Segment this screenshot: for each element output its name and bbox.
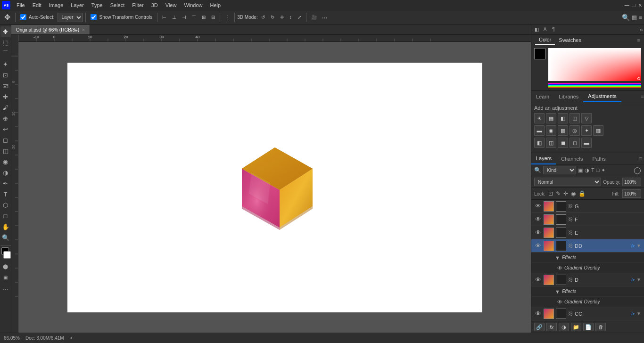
- menu-edit[interactable]: Edit: [29, 1, 45, 9]
- maximize-btn[interactable]: □: [632, 2, 636, 8]
- panel-icon-2[interactable]: A: [541, 25, 549, 34]
- marquee-tool[interactable]: ⬚: [0, 37, 11, 48]
- pen-tool[interactable]: ✒: [0, 178, 11, 188]
- layer-row-F[interactable]: 👁 ⛓ F: [531, 213, 644, 226]
- align-middle-btn[interactable]: ⊞: [199, 14, 208, 21]
- layers-tab[interactable]: Layers: [531, 153, 556, 164]
- menu-layer[interactable]: Layer: [67, 1, 87, 9]
- align-center-h-btn[interactable]: ⊥: [170, 14, 179, 21]
- lock-pixels-btn[interactable]: ⊡: [548, 190, 553, 197]
- lock-position-btn[interactable]: ✛: [563, 190, 568, 197]
- doc-info-arrow[interactable]: >: [70, 335, 73, 341]
- filter-toggle-btn[interactable]: ◯: [634, 166, 641, 174]
- channels-tab[interactable]: Channels: [556, 153, 587, 164]
- posterize-adj-btn[interactable]: ◫: [546, 138, 556, 148]
- color-panel-menu[interactable]: ≡: [637, 37, 640, 43]
- move-tool-btn[interactable]: ✥: [2, 12, 13, 23]
- pixel-filter-btn[interactable]: ▣: [578, 167, 583, 173]
- swatches-tab[interactable]: Swatches: [555, 35, 585, 45]
- layer-row-E[interactable]: 👁 ⛓ E: [531, 226, 644, 239]
- effects-expand-D[interactable]: ▼: [555, 289, 560, 294]
- eraser-tool[interactable]: ◻: [0, 135, 11, 145]
- layers-panel-menu[interactable]: ≡: [639, 155, 642, 162]
- menu-window[interactable]: Window: [181, 1, 206, 9]
- quick-mask-tool[interactable]: ⬤: [0, 261, 11, 271]
- menu-file[interactable]: File: [13, 1, 28, 9]
- align-left-btn[interactable]: ⊢: [160, 14, 169, 21]
- visibility-D[interactable]: 👁: [534, 276, 542, 283]
- opacity-input[interactable]: [622, 178, 641, 186]
- invert-adj-btn[interactable]: ◧: [534, 138, 545, 148]
- history-brush-tool[interactable]: ↩: [0, 124, 11, 134]
- search-icon[interactable]: 🔍: [622, 14, 630, 21]
- menu-3d[interactable]: 3D: [148, 1, 161, 9]
- visibility-F[interactable]: 👁: [534, 216, 542, 223]
- 3d-roll-btn[interactable]: ↻: [268, 14, 277, 21]
- fill-input[interactable]: [622, 189, 641, 198]
- photofilter-adj-btn[interactable]: ◎: [570, 125, 580, 136]
- lock-artboard-btn[interactable]: ◉: [571, 190, 576, 197]
- new-group-btn[interactable]: 📁: [571, 323, 581, 331]
- menu-filter[interactable]: Filter: [129, 1, 147, 9]
- shape-filter-btn[interactable]: □: [596, 167, 600, 173]
- threshold-adj-btn[interactable]: ◼: [558, 138, 568, 148]
- visibility-DD[interactable]: 👁: [534, 242, 542, 249]
- menu-help[interactable]: Help: [207, 1, 224, 9]
- panel-icon-3[interactable]: ¶: [549, 25, 558, 34]
- visibility-E[interactable]: 👁: [534, 229, 542, 236]
- brush-tool[interactable]: 🖌: [0, 102, 11, 113]
- delete-layer-btn[interactable]: 🗑: [595, 323, 606, 331]
- colorlookup-adj-btn[interactable]: ▦: [593, 125, 603, 136]
- 3d-pan-btn[interactable]: ✛: [278, 14, 286, 21]
- gradient-tool[interactable]: ◫: [0, 146, 11, 156]
- hand-tool[interactable]: ✋: [0, 221, 11, 232]
- vibrance-adj-btn[interactable]: ▽: [581, 113, 592, 123]
- move-tool[interactable]: ✥: [0, 26, 11, 37]
- menu-select[interactable]: Select: [107, 1, 128, 9]
- 3d-rotate-btn[interactable]: ↺: [259, 14, 267, 21]
- zoom-level[interactable]: 66.05%: [4, 335, 20, 341]
- dodge-tool[interactable]: ◑: [0, 167, 11, 178]
- healing-tool[interactable]: ✚: [0, 91, 11, 102]
- eyedropper-tool[interactable]: 🖃: [0, 81, 11, 91]
- smart-filter-btn[interactable]: ✦: [601, 167, 605, 173]
- visibility-G[interactable]: 👁: [534, 203, 542, 210]
- path-select-tool[interactable]: ⬡: [0, 200, 11, 210]
- layer-row-D[interactable]: 👁 ⛓ D fx ▼: [531, 273, 644, 286]
- adj-panel-menu[interactable]: ≡: [641, 94, 644, 99]
- blur-tool[interactable]: ◉: [0, 156, 11, 167]
- hsl-adj-btn[interactable]: ▬: [534, 125, 545, 136]
- document-tab[interactable]: Original.psd @ 66% (RGB/8#) ×: [11, 25, 90, 34]
- auto-select-checkbox-wrapper[interactable]: Auto-Select:: [18, 13, 57, 21]
- link-layers-btn[interactable]: 🔗: [534, 323, 545, 331]
- align-right-btn[interactable]: ⊣: [180, 14, 189, 21]
- color-tab[interactable]: Color: [535, 35, 555, 45]
- 3d-slide-btn[interactable]: ↕: [287, 14, 294, 21]
- expand-D[interactable]: ▼: [636, 277, 641, 282]
- shape-tool[interactable]: □: [0, 211, 11, 221]
- colorbalance-adj-btn[interactable]: ◉: [546, 125, 556, 136]
- lock-all-btn[interactable]: 🔒: [578, 190, 586, 197]
- panel-icon-1[interactable]: ◧: [532, 25, 541, 34]
- layer-row-DD[interactable]: 👁 ⛓ DD fx ▼: [531, 239, 644, 253]
- libraries-tab[interactable]: Libraries: [554, 91, 583, 102]
- gradient-vis-DD[interactable]: 👁: [557, 265, 562, 271]
- brightness-adj-btn[interactable]: ☀: [534, 113, 545, 123]
- gradientmap-adj-btn[interactable]: ◻: [570, 138, 580, 148]
- background-color[interactable]: [3, 251, 11, 259]
- paths-tab[interactable]: Paths: [588, 153, 611, 164]
- text-tool[interactable]: T: [0, 189, 11, 199]
- add-style-btn[interactable]: fx: [546, 323, 557, 331]
- adjustments-tab[interactable]: Adjustments: [583, 91, 621, 102]
- menu-image[interactable]: Image: [46, 1, 67, 9]
- workspace-icon[interactable]: ▦: [632, 14, 637, 21]
- more-tools-btn[interactable]: ···: [0, 285, 11, 295]
- close-btn[interactable]: ×: [638, 1, 642, 9]
- distribute-btn[interactable]: ⋮: [223, 14, 232, 21]
- learn-tab[interactable]: Learn: [531, 91, 554, 102]
- 3d-extra-btn[interactable]: 🎥: [309, 14, 319, 21]
- adj-filter-btn[interactable]: ◑: [585, 167, 589, 173]
- lasso-tool[interactable]: ⌒: [0, 48, 11, 58]
- expand-DD[interactable]: ▼: [636, 243, 641, 248]
- align-top-btn[interactable]: ⊤: [190, 14, 198, 21]
